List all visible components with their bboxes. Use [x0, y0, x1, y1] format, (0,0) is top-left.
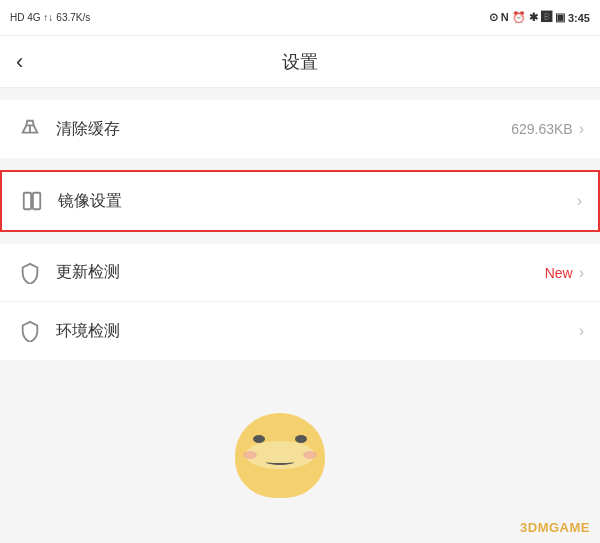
update-check-label: 更新检测: [56, 262, 545, 283]
svg-rect-0: [24, 193, 31, 210]
status-bar: HD 4G ↑↓ 63.7K/s ⊙ N ⏰ ✱ 🅱 ▣ 3:45: [0, 0, 600, 36]
gap-2: [0, 232, 600, 244]
update-check-arrow: ›: [579, 264, 584, 282]
status-network: HD 4G ↑↓: [10, 12, 53, 23]
status-right: ⊙ N ⏰ ✱ 🅱 ▣ 3:45: [489, 11, 590, 24]
mascot: [220, 413, 340, 513]
clear-cache-value: 629.63KB: [511, 121, 573, 137]
section-mirror: 镜像设置 ›: [0, 170, 600, 232]
update-check-value: New: [545, 265, 573, 281]
watermark: 3DMGAME: [520, 520, 590, 535]
status-icons: ⊙ N ⏰ ✱ 🅱 ▣: [489, 11, 565, 24]
menu-item-env-check[interactable]: 环境检测 ›: [0, 302, 600, 360]
mirror-settings-label: 镜像设置: [58, 191, 577, 212]
menu-item-clear-cache[interactable]: 清除缓存 629.63KB ›: [0, 100, 600, 158]
content: 清除缓存 629.63KB › 镜像设置 › 更新: [0, 88, 600, 360]
menu-item-update-check[interactable]: 更新检测 New ›: [0, 244, 600, 302]
env-shield-icon: [16, 317, 44, 345]
svg-rect-1: [33, 193, 40, 210]
back-button[interactable]: ‹: [16, 51, 23, 73]
status-time: 3:45: [568, 12, 590, 24]
menu-item-mirror-settings[interactable]: 镜像设置 ›: [2, 172, 598, 230]
status-left: HD 4G ↑↓ 63.7K/s: [10, 12, 90, 23]
env-check-arrow: ›: [579, 322, 584, 340]
page-title: 设置: [282, 50, 318, 74]
pin-icon: [16, 115, 44, 143]
book-icon: [18, 187, 46, 215]
header: ‹ 设置: [0, 36, 600, 88]
clear-cache-label: 清除缓存: [56, 119, 511, 140]
section-cache: 清除缓存 629.63KB ›: [0, 100, 600, 158]
gap-1: [0, 158, 600, 170]
status-speed: 63.7K/s: [56, 12, 90, 23]
update-shield-icon: [16, 259, 44, 287]
mirror-settings-arrow: ›: [577, 192, 582, 210]
env-check-label: 环境检测: [56, 321, 579, 342]
clear-cache-arrow: ›: [579, 120, 584, 138]
section-checks: 更新检测 New › 环境检测 ›: [0, 244, 600, 360]
